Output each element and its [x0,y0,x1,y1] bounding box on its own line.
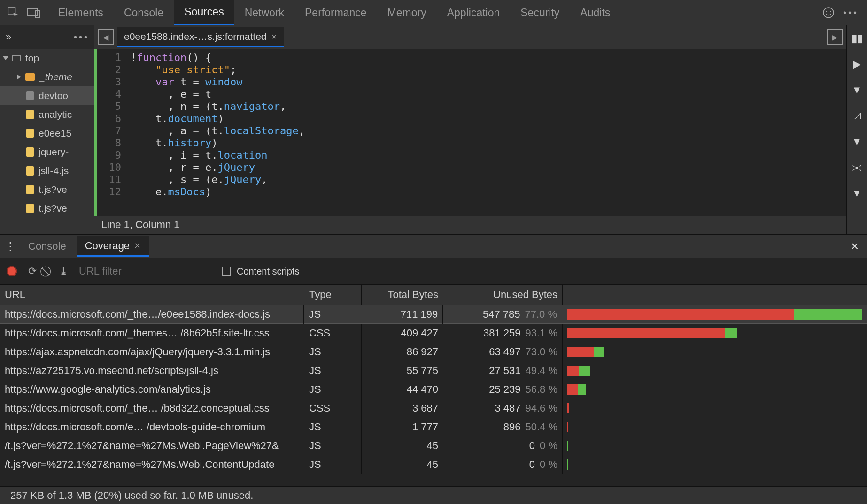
expand-sidebar-icon[interactable]: » [6,31,11,43]
tab-audits[interactable]: Audits [570,0,620,25]
svg-point-5 [830,11,831,12]
cell-total: 55 775 [362,361,443,380]
svg-point-4 [826,11,827,12]
coverage-row[interactable]: https://az725175.vo.msecnd.net/scripts/j… [0,361,867,380]
cell-unused: 25 23956.8 % [443,380,563,399]
next-file-icon[interactable]: ▶ [827,29,843,45]
cell-type: JS [304,436,362,455]
tree-item-label: analytic [39,109,72,120]
coverage-row[interactable]: https://docs.microsoft.com/e… /devtools-… [0,418,867,436]
cell-total: 711 199 [361,305,443,324]
js-file-icon [26,110,34,119]
reload-icon[interactable]: ⟳ [28,265,37,277]
coverage-row[interactable]: https://docs.microsoft.com/_the… /b8d322… [0,399,867,418]
tab-console[interactable]: Console [114,0,174,25]
tab-security[interactable]: Security [510,0,570,25]
cell-unused: 63 49773.0 % [443,343,563,361]
coverage-row[interactable]: https://ajax.aspnetcdn.com/ajax/jQuery/j… [0,343,867,361]
cell-bar [563,436,867,455]
prev-file-icon[interactable]: ◀ [98,29,114,45]
chevron-right-icon [17,74,21,80]
tree-item-label: t.js?ve [39,203,67,214]
cell-type: JS [304,305,361,324]
debugger-strip: ▮▮ ▶ ▼ ⩘ ▼ ⩙ ▼ [846,25,867,234]
pause-icon[interactable]: ▮▮ [847,25,867,51]
tab-application[interactable]: Application [437,0,511,25]
drawer-tab-coverage[interactable]: Coverage× [77,236,149,257]
breakpoints-icon[interactable]: ⩙ [847,154,867,180]
callstack-icon[interactable]: ⩘ [847,103,867,129]
editor-area: ◀ e0ee1588.index-…s.js:formatted × ▶ 123… [94,25,846,234]
cell-bar [563,380,867,399]
col-total[interactable]: Total Bytes [362,285,443,305]
tree-item-label: e0ee15 [39,128,71,139]
watch-expand-icon[interactable]: ▼ [847,77,867,103]
tree-root[interactable]: top [0,49,94,68]
tree-item[interactable]: t.js?ve [0,199,94,218]
tree-root-label: top [25,53,39,64]
cell-unused: 00 % [443,436,563,455]
col-url[interactable]: URL [0,285,304,305]
tree-item-label: _theme [39,71,72,83]
file-icon [26,91,34,100]
coverage-row[interactable]: /t.js?ver=%272.1%27&name=%27Ms.Webi.Cont… [0,455,867,474]
close-icon[interactable]: × [271,31,277,42]
tab-sources[interactable]: Sources [174,0,234,25]
more-panes-icon[interactable]: ▼ [847,180,867,206]
tree-item[interactable]: _theme [0,68,94,86]
coverage-row[interactable]: https://www.google-analytics.com/analyti… [0,380,867,399]
content-scripts-checkbox[interactable] [222,267,231,276]
sidebar-more-icon[interactable]: ••• [74,32,94,43]
feedback-icon[interactable] [822,7,835,19]
coverage-row[interactable]: https://docs.microsoft.com/_themes… /8b6… [0,324,867,343]
tree-item-label: jquery- [39,146,69,158]
code-body[interactable]: !function() { "use strict"; var t = wind… [127,49,846,216]
coverage-row[interactable]: /t.js?ver=%272.1%27&name=%27Ms.Webi.Page… [0,436,867,455]
cell-unused: 89650.4 % [443,418,563,436]
tree-item[interactable]: jsll-4.js [0,161,94,180]
drawer-menu-icon[interactable]: ⋮ [5,240,16,253]
step-over-icon[interactable]: ▶ [847,51,867,77]
inspect-icon[interactable] [4,3,23,22]
tree-item-label: devtoo [39,90,68,101]
file-tree[interactable]: top _themedevtooanalytice0ee15jquery-jsl… [0,49,94,234]
scope-expand-icon[interactable]: ▼ [847,129,867,154]
coverage-header[interactable]: URL Type Total Bytes Unused Bytes [0,284,867,305]
js-file-icon [26,204,34,213]
cell-url: https://docs.microsoft.com/_the… /b8d322… [0,399,304,418]
frame-icon [12,55,21,61]
cell-url: https://docs.microsoft.com/_themes… /8b6… [0,324,304,343]
tab-memory[interactable]: Memory [377,0,437,25]
col-type[interactable]: Type [304,285,362,305]
record-icon[interactable] [7,266,17,276]
tree-item[interactable]: analytic [0,105,94,124]
cell-total: 3 687 [362,399,443,418]
tree-item[interactable]: e0ee15 [0,124,94,143]
drawer-tab-console[interactable]: Console [20,236,75,257]
coverage-status: 257 KB of 1.3 MB (20%) used so far. 1.0 … [0,486,867,504]
cell-bar [563,361,867,380]
tree-item[interactable]: jquery- [0,143,94,161]
cell-bar [563,324,867,343]
cell-unused: 547 78577.0 % [443,305,562,324]
tab-elements[interactable]: Elements [48,0,114,25]
drawer: ⋮ ConsoleCoverage× × ⟳ ⃠ ⤓ Content scrip… [0,234,867,504]
more-icon[interactable]: ••• [843,8,859,18]
export-icon[interactable]: ⤓ [59,265,68,277]
cell-bar [563,455,867,474]
coverage-row[interactable]: https://docs.microsoft.com/_the…/e0ee158… [0,305,867,324]
tree-item[interactable]: t.js?ve [0,180,94,199]
close-icon[interactable]: × [134,240,140,252]
cell-unused: 00 % [443,455,563,474]
device-toggle-icon[interactable] [24,3,43,22]
tree-item[interactable]: devtoo [0,86,94,105]
tab-performance[interactable]: Performance [294,0,377,25]
chevron-down-icon [3,56,8,60]
col-unused[interactable]: Unused Bytes [443,285,563,305]
main-tabs: ElementsConsoleSourcesNetworkPerformance… [48,0,620,25]
close-drawer-icon[interactable]: × [851,239,862,254]
editor-tab[interactable]: e0ee1588.index-…s.js:formatted × [117,27,284,47]
tree-item-label: t.js?ve [39,184,67,195]
url-filter-input[interactable] [79,265,173,277]
tab-network[interactable]: Network [234,0,294,25]
